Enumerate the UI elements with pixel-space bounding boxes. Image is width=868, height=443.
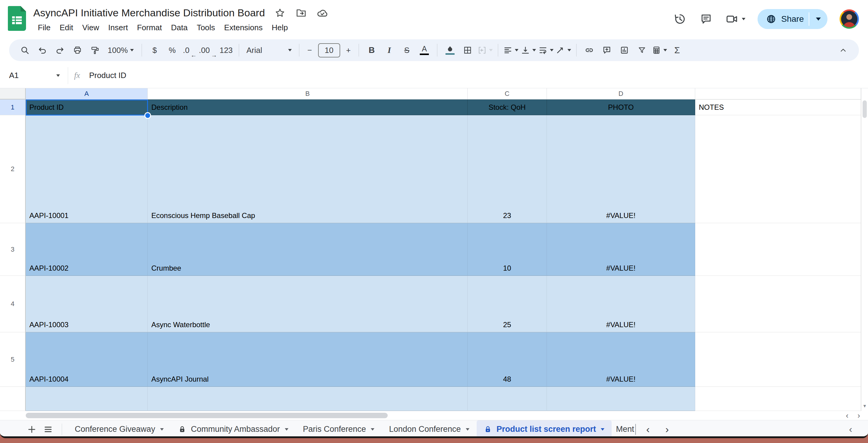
horizontal-scrollbar[interactable]: ‹ › bbox=[0, 411, 868, 420]
comments-icon[interactable] bbox=[699, 12, 713, 26]
collapse-panel-chevron-icon[interactable]: ‹ bbox=[849, 420, 852, 438]
video-caret-icon[interactable] bbox=[742, 18, 745, 20]
format-percent-button[interactable]: % bbox=[164, 42, 181, 59]
fill-handle[interactable] bbox=[144, 112, 151, 119]
account-avatar[interactable] bbox=[840, 9, 859, 29]
scroll-left-arrow-icon[interactable]: ‹ bbox=[846, 411, 849, 420]
row-header-6[interactable] bbox=[0, 387, 26, 411]
font-family-selector[interactable]: Arial bbox=[243, 42, 295, 59]
menu-extensions[interactable]: Extensions bbox=[220, 22, 267, 34]
cell-c2[interactable]: 23 bbox=[468, 115, 547, 223]
decrease-font-size-button[interactable]: − bbox=[304, 42, 316, 59]
vertical-scrollbar-thumb[interactable] bbox=[863, 100, 867, 118]
tab-caret-icon[interactable] bbox=[160, 428, 164, 431]
scroll-down-arrow-icon[interactable]: ▾ bbox=[861, 403, 868, 409]
cloud-saved-icon[interactable] bbox=[316, 7, 329, 19]
select-all-corner[interactable] bbox=[0, 88, 26, 100]
functions-button[interactable]: Σ bbox=[669, 42, 685, 59]
column-header-d[interactable]: D bbox=[547, 88, 695, 100]
vertical-align-button[interactable] bbox=[520, 42, 537, 59]
decrease-decimal-button[interactable]: .0← bbox=[181, 42, 198, 59]
text-color-button[interactable]: A bbox=[416, 42, 433, 59]
cell-a4[interactable]: AAPI-10003 bbox=[26, 276, 148, 332]
column-header-b[interactable]: B bbox=[148, 88, 468, 100]
share-options-caret[interactable] bbox=[809, 9, 828, 29]
cell-c4[interactable]: 25 bbox=[468, 276, 547, 332]
cell-d6[interactable] bbox=[547, 387, 695, 411]
cell-d4[interactable]: #VALUE! bbox=[547, 276, 695, 332]
cell-d3[interactable]: #VALUE! bbox=[547, 223, 695, 276]
cell-c1[interactable]: Stock: QoH bbox=[468, 100, 547, 115]
tab-caret-icon[interactable] bbox=[285, 428, 288, 431]
cell-e5[interactable] bbox=[695, 332, 861, 387]
sheet-tab-london-conference[interactable]: London Conference bbox=[382, 420, 476, 438]
format-currency-button[interactable]: $ bbox=[146, 42, 163, 59]
tabs-scroll-right-icon[interactable]: › bbox=[665, 423, 669, 435]
all-sheets-button[interactable] bbox=[40, 421, 56, 438]
cell-d5[interactable]: #VALUE! bbox=[547, 332, 695, 387]
table-views-button[interactable] bbox=[651, 42, 668, 59]
increase-decimal-button[interactable]: .00→ bbox=[199, 42, 217, 59]
tab-caret-icon[interactable] bbox=[601, 428, 604, 431]
row-header-2[interactable]: 2 bbox=[0, 115, 26, 223]
cell-e2[interactable] bbox=[695, 115, 861, 223]
create-filter-button[interactable] bbox=[633, 42, 650, 59]
formula-input[interactable]: Product ID bbox=[89, 71, 126, 80]
column-header-e[interactable] bbox=[695, 88, 861, 100]
menu-tools[interactable]: Tools bbox=[192, 22, 220, 34]
insert-chart-button[interactable] bbox=[616, 42, 633, 59]
print-button[interactable] bbox=[69, 42, 86, 59]
sheet-tab-community-ambassador[interactable]: Community Ambassador bbox=[171, 420, 296, 438]
sheet-tab-partial[interactable]: Ment bbox=[616, 424, 634, 434]
tab-caret-icon[interactable] bbox=[466, 428, 469, 431]
insert-comment-button[interactable] bbox=[598, 42, 615, 59]
row-header-4[interactable]: 4 bbox=[0, 276, 26, 332]
menu-data[interactable]: Data bbox=[166, 22, 192, 34]
row-header-1[interactable]: 1 bbox=[0, 100, 26, 115]
sheet-tab-conference-giveaway[interactable]: Conference Giveaway bbox=[67, 420, 171, 438]
tab-caret-icon[interactable] bbox=[371, 428, 374, 431]
fill-color-button[interactable] bbox=[441, 42, 459, 59]
merge-cells-button[interactable] bbox=[477, 42, 494, 59]
column-header-c[interactable]: C bbox=[468, 88, 547, 100]
cell-d2[interactable]: #VALUE! bbox=[547, 115, 695, 223]
borders-button[interactable] bbox=[459, 42, 476, 59]
meet-call-control[interactable] bbox=[725, 13, 745, 25]
bold-button[interactable]: B bbox=[363, 42, 380, 59]
cell-a2[interactable]: AAPI-10001 bbox=[26, 115, 148, 223]
cell-b2[interactable]: Econscious Hemp Baseball Cap bbox=[148, 115, 468, 223]
strikethrough-button[interactable]: S bbox=[398, 42, 415, 59]
horizontal-align-button[interactable] bbox=[502, 42, 519, 59]
cell-e6[interactable] bbox=[695, 387, 861, 411]
scroll-right-arrow-icon[interactable]: › bbox=[858, 411, 860, 420]
insert-link-button[interactable] bbox=[581, 42, 598, 59]
menu-help[interactable]: Help bbox=[267, 22, 292, 34]
cell-c3[interactable]: 10 bbox=[468, 223, 547, 276]
increase-font-size-button[interactable]: + bbox=[342, 42, 354, 59]
cell-b5[interactable]: AsyncAPI Journal bbox=[148, 332, 468, 387]
row-header-5[interactable]: 5 bbox=[0, 332, 26, 387]
star-icon[interactable] bbox=[274, 7, 286, 19]
cell-a3[interactable]: AAPI-10002 bbox=[26, 223, 148, 276]
cell-d1[interactable]: PHOTO bbox=[547, 100, 695, 115]
cell-a1[interactable]: Product ID bbox=[26, 100, 148, 115]
hide-menus-button[interactable] bbox=[835, 42, 851, 59]
menu-view[interactable]: View bbox=[78, 22, 104, 34]
name-box[interactable]: A1 bbox=[9, 71, 60, 80]
cell-b4[interactable]: Async Waterbottle bbox=[148, 276, 468, 332]
add-sheet-button[interactable] bbox=[24, 421, 40, 438]
cell-c6[interactable] bbox=[468, 387, 547, 411]
version-history-icon[interactable] bbox=[672, 12, 687, 26]
font-size-field[interactable]: 10 bbox=[316, 42, 342, 59]
sheet-tab-paris-conference[interactable]: Paris Conference bbox=[296, 420, 382, 438]
paint-format-button[interactable] bbox=[87, 42, 103, 59]
menu-file[interactable]: File bbox=[33, 22, 55, 34]
text-wrap-button[interactable] bbox=[537, 42, 554, 59]
cell-b3[interactable]: Crumbee bbox=[148, 223, 468, 276]
cell-a5[interactable]: AAPI-10004 bbox=[26, 332, 148, 387]
row-header-3[interactable]: 3 bbox=[0, 223, 26, 276]
zoom-selector[interactable]: 100% bbox=[104, 42, 137, 59]
cell-e1[interactable]: NOTES bbox=[695, 100, 861, 115]
cell-e4[interactable] bbox=[695, 276, 861, 332]
menu-insert[interactable]: Insert bbox=[104, 22, 132, 34]
